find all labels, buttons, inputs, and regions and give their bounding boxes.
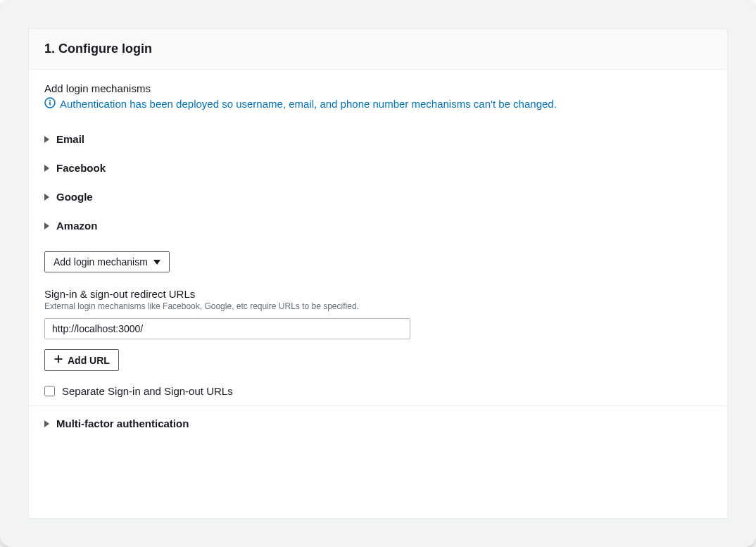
login-option-label: Google [56, 191, 93, 203]
chevron-down-icon [153, 260, 160, 265]
add-url-button[interactable]: Add URL [44, 349, 119, 371]
login-option-google[interactable]: Google [44, 182, 712, 211]
login-options-list: Email Facebook Google Amazon [44, 125, 712, 240]
login-option-amazon[interactable]: Amazon [44, 211, 712, 240]
caret-right-icon [44, 136, 49, 143]
redirect-url-input[interactable] [44, 318, 410, 339]
outer-frame: 1. Configure login Add login mechanisms … [0, 0, 756, 547]
svg-rect-2 [49, 102, 51, 106]
deployment-notice: Authentication has been deployed so user… [44, 97, 712, 111]
plus-icon [53, 354, 63, 366]
caret-right-icon [44, 165, 49, 172]
add-login-mechanism-dropdown[interactable]: Add login mechanism [44, 251, 170, 272]
info-icon [44, 97, 56, 111]
add-url-label: Add URL [68, 355, 110, 366]
caret-right-icon [44, 194, 49, 201]
notice-text: Authentication has been deployed so user… [60, 98, 557, 110]
panel-body: Add login mechanisms Authentication has … [29, 70, 727, 445]
login-option-label: Email [56, 133, 84, 145]
login-option-label: Facebook [56, 162, 106, 174]
dropdown-label: Add login mechanism [53, 256, 148, 268]
caret-right-icon [44, 222, 49, 230]
panel-title: 1. Configure login [44, 42, 712, 56]
mfa-label: Multi-factor authentication [56, 417, 189, 429]
login-option-label: Amazon [56, 220, 97, 232]
separate-urls-checkbox[interactable] [44, 386, 55, 396]
login-option-email[interactable]: Email [44, 125, 712, 153]
redirect-urls-label: Sign-in & sign-out redirect URLs [44, 288, 712, 300]
separate-urls-label[interactable]: Separate Sign-in and Sign-out URLs [62, 385, 233, 397]
svg-point-1 [49, 100, 51, 101]
caret-right-icon [44, 420, 49, 427]
mfa-section-toggle[interactable]: Multi-factor authentication [44, 406, 712, 429]
panel-header: 1. Configure login [29, 29, 727, 70]
configure-login-panel: 1. Configure login Add login mechanisms … [28, 28, 728, 519]
separate-urls-row: Separate Sign-in and Sign-out URLs [44, 385, 712, 397]
login-option-facebook[interactable]: Facebook [44, 153, 712, 182]
add-login-label: Add login mechanisms [44, 82, 712, 94]
redirect-urls-help: External login mechanisms like Facebook,… [44, 301, 712, 311]
